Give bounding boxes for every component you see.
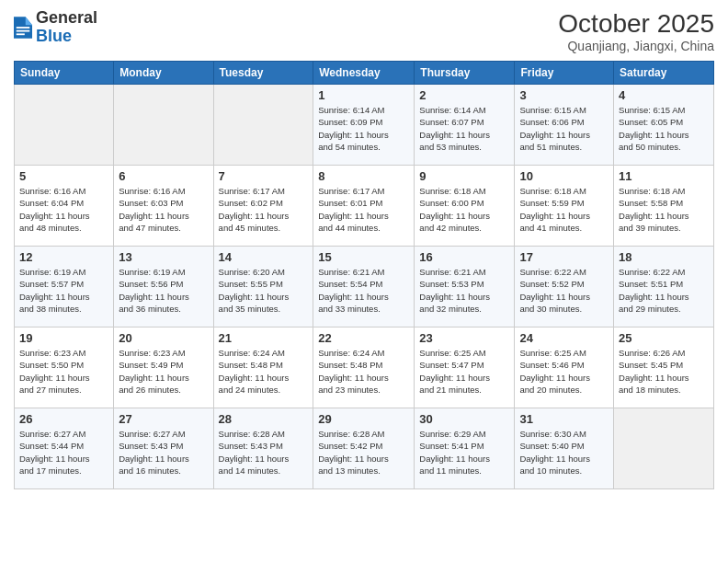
calendar-cell <box>114 85 213 166</box>
day-number: 15 <box>318 250 409 264</box>
location-subtitle: Quanjiang, Jiangxi, China <box>558 39 714 53</box>
day-info: Sunrise: 6:27 AM Sunset: 5:43 PM Dayligh… <box>119 428 208 477</box>
col-friday: Friday <box>515 62 614 85</box>
day-number: 1 <box>318 88 409 102</box>
calendar-cell: 20Sunrise: 6:23 AM Sunset: 5:49 PM Dayli… <box>114 327 213 408</box>
calendar-week-2: 5Sunrise: 6:16 AM Sunset: 6:04 PM Daylig… <box>15 166 714 247</box>
day-number: 14 <box>219 250 309 264</box>
day-number: 25 <box>619 331 709 345</box>
day-number: 27 <box>119 412 208 426</box>
calendar-cell: 25Sunrise: 6:26 AM Sunset: 5:45 PM Dayli… <box>614 327 714 408</box>
calendar-week-5: 26Sunrise: 6:27 AM Sunset: 5:44 PM Dayli… <box>15 408 714 489</box>
calendar-cell: 21Sunrise: 6:24 AM Sunset: 5:48 PM Dayli… <box>213 327 313 408</box>
day-number: 10 <box>519 169 609 183</box>
calendar-cell: 4Sunrise: 6:15 AM Sunset: 6:05 PM Daylig… <box>614 85 714 166</box>
calendar-cell <box>213 85 313 166</box>
logo-icon <box>14 17 32 39</box>
day-number: 26 <box>19 412 108 426</box>
day-info: Sunrise: 6:17 AM Sunset: 6:02 PM Dayligh… <box>219 185 309 234</box>
calendar-cell: 7Sunrise: 6:17 AM Sunset: 6:02 PM Daylig… <box>213 166 313 247</box>
day-number: 18 <box>619 250 709 264</box>
day-info: Sunrise: 6:20 AM Sunset: 5:55 PM Dayligh… <box>219 266 309 315</box>
day-info: Sunrise: 6:24 AM Sunset: 5:48 PM Dayligh… <box>318 347 409 396</box>
calendar-cell: 26Sunrise: 6:27 AM Sunset: 5:44 PM Dayli… <box>15 408 114 489</box>
page: General Blue October 2025 Quanjiang, Jia… <box>0 0 728 563</box>
day-info: Sunrise: 6:27 AM Sunset: 5:44 PM Dayligh… <box>19 428 108 477</box>
calendar: Sunday Monday Tuesday Wednesday Thursday… <box>14 61 714 489</box>
day-info: Sunrise: 6:28 AM Sunset: 5:43 PM Dayligh… <box>219 428 309 477</box>
calendar-cell: 28Sunrise: 6:28 AM Sunset: 5:43 PM Dayli… <box>213 408 313 489</box>
day-info: Sunrise: 6:18 AM Sunset: 5:58 PM Dayligh… <box>619 185 709 234</box>
calendar-cell: 14Sunrise: 6:20 AM Sunset: 5:55 PM Dayli… <box>213 247 313 327</box>
svg-marker-1 <box>26 17 32 25</box>
calendar-cell: 2Sunrise: 6:14 AM Sunset: 6:07 PM Daylig… <box>415 85 515 166</box>
day-info: Sunrise: 6:26 AM Sunset: 5:45 PM Dayligh… <box>619 347 709 396</box>
day-info: Sunrise: 6:29 AM Sunset: 5:41 PM Dayligh… <box>419 428 509 477</box>
day-info: Sunrise: 6:25 AM Sunset: 5:47 PM Dayligh… <box>419 347 509 396</box>
day-number: 31 <box>519 412 609 426</box>
day-number: 20 <box>119 331 208 345</box>
day-number: 11 <box>619 169 709 183</box>
day-number: 13 <box>119 250 208 264</box>
svg-rect-3 <box>17 30 30 32</box>
calendar-week-3: 12Sunrise: 6:19 AM Sunset: 5:57 PM Dayli… <box>15 247 714 327</box>
calendar-cell: 23Sunrise: 6:25 AM Sunset: 5:47 PM Dayli… <box>415 327 515 408</box>
day-number: 30 <box>419 412 509 426</box>
day-info: Sunrise: 6:25 AM Sunset: 5:46 PM Dayligh… <box>519 347 609 396</box>
day-info: Sunrise: 6:19 AM Sunset: 5:56 PM Dayligh… <box>119 266 208 315</box>
day-number: 5 <box>19 169 108 183</box>
calendar-cell: 6Sunrise: 6:16 AM Sunset: 6:03 PM Daylig… <box>114 166 213 247</box>
day-number: 12 <box>19 250 108 264</box>
calendar-cell: 22Sunrise: 6:24 AM Sunset: 5:48 PM Dayli… <box>313 327 415 408</box>
col-tuesday: Tuesday <box>213 62 313 85</box>
day-number: 9 <box>419 169 509 183</box>
day-number: 4 <box>619 88 709 102</box>
day-info: Sunrise: 6:18 AM Sunset: 6:00 PM Dayligh… <box>419 185 509 234</box>
day-number: 19 <box>19 331 108 345</box>
day-info: Sunrise: 6:14 AM Sunset: 6:09 PM Dayligh… <box>318 104 409 153</box>
day-info: Sunrise: 6:24 AM Sunset: 5:48 PM Dayligh… <box>219 347 309 396</box>
calendar-week-4: 19Sunrise: 6:23 AM Sunset: 5:50 PM Dayli… <box>15 327 714 408</box>
col-saturday: Saturday <box>614 62 714 85</box>
calendar-cell: 3Sunrise: 6:15 AM Sunset: 6:06 PM Daylig… <box>515 85 614 166</box>
calendar-cell: 13Sunrise: 6:19 AM Sunset: 5:56 PM Dayli… <box>114 247 213 327</box>
day-info: Sunrise: 6:14 AM Sunset: 6:07 PM Dayligh… <box>419 104 509 153</box>
day-number: 28 <box>219 412 309 426</box>
logo: General Blue <box>14 9 97 46</box>
calendar-header-row: Sunday Monday Tuesday Wednesday Thursday… <box>15 62 714 85</box>
day-number: 29 <box>318 412 409 426</box>
day-number: 3 <box>519 88 609 102</box>
day-info: Sunrise: 6:22 AM Sunset: 5:51 PM Dayligh… <box>619 266 709 315</box>
title-block: October 2025 Quanjiang, Jiangxi, China <box>558 9 714 53</box>
svg-rect-4 <box>17 33 25 35</box>
col-wednesday: Wednesday <box>313 62 415 85</box>
col-sunday: Sunday <box>15 62 114 85</box>
calendar-cell: 30Sunrise: 6:29 AM Sunset: 5:41 PM Dayli… <box>415 408 515 489</box>
day-number: 23 <box>419 331 509 345</box>
day-number: 7 <box>219 169 309 183</box>
header: General Blue October 2025 Quanjiang, Jia… <box>14 9 714 53</box>
calendar-cell: 24Sunrise: 6:25 AM Sunset: 5:46 PM Dayli… <box>515 327 614 408</box>
day-info: Sunrise: 6:17 AM Sunset: 6:01 PM Dayligh… <box>318 185 409 234</box>
day-info: Sunrise: 6:19 AM Sunset: 5:57 PM Dayligh… <box>19 266 108 315</box>
month-title: October 2025 <box>558 9 714 39</box>
day-number: 22 <box>318 331 409 345</box>
calendar-cell: 16Sunrise: 6:21 AM Sunset: 5:53 PM Dayli… <box>415 247 515 327</box>
calendar-cell: 17Sunrise: 6:22 AM Sunset: 5:52 PM Dayli… <box>515 247 614 327</box>
day-number: 2 <box>419 88 509 102</box>
calendar-cell: 31Sunrise: 6:30 AM Sunset: 5:40 PM Dayli… <box>515 408 614 489</box>
calendar-cell: 15Sunrise: 6:21 AM Sunset: 5:54 PM Dayli… <box>313 247 415 327</box>
logo-text: General Blue <box>36 9 97 46</box>
day-info: Sunrise: 6:15 AM Sunset: 6:06 PM Dayligh… <box>519 104 609 153</box>
calendar-cell: 1Sunrise: 6:14 AM Sunset: 6:09 PM Daylig… <box>313 85 415 166</box>
day-info: Sunrise: 6:23 AM Sunset: 5:50 PM Dayligh… <box>19 347 108 396</box>
day-number: 8 <box>318 169 409 183</box>
day-number: 6 <box>119 169 208 183</box>
day-info: Sunrise: 6:30 AM Sunset: 5:40 PM Dayligh… <box>519 428 609 477</box>
day-number: 16 <box>419 250 509 264</box>
calendar-cell: 10Sunrise: 6:18 AM Sunset: 5:59 PM Dayli… <box>515 166 614 247</box>
svg-rect-2 <box>17 27 30 29</box>
day-info: Sunrise: 6:16 AM Sunset: 6:04 PM Dayligh… <box>19 185 108 234</box>
day-info: Sunrise: 6:18 AM Sunset: 5:59 PM Dayligh… <box>519 185 609 234</box>
calendar-cell: 9Sunrise: 6:18 AM Sunset: 6:00 PM Daylig… <box>415 166 515 247</box>
